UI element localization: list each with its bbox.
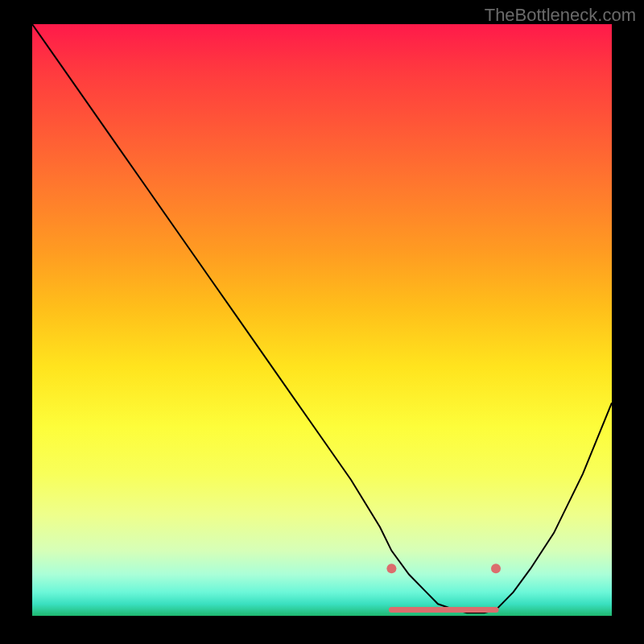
bottleneck-curve [32, 24, 612, 613]
marker-left-dot [386, 564, 396, 573]
chart-svg [32, 24, 612, 616]
marker-right-dot [491, 564, 501, 573]
plot-area [32, 24, 612, 616]
watermark-text: TheBottleneck.com [485, 5, 636, 26]
